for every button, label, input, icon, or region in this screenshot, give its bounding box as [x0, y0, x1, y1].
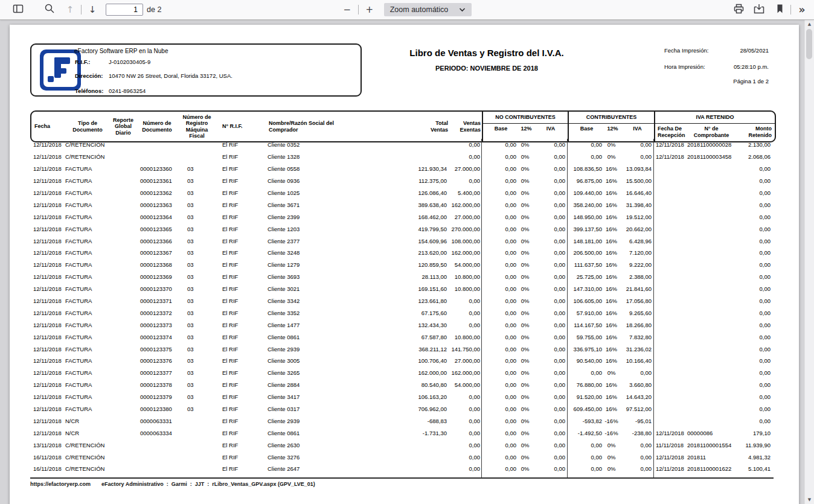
fecha: 12/11/2018: [30, 211, 65, 223]
zoom-out-button[interactable]: −: [339, 2, 356, 18]
total-ventas: 112.375,00: [386, 175, 448, 187]
print-button[interactable]: [730, 2, 747, 18]
table-row: 12/11/2018FACTURA000012337503El RIFClien…: [30, 343, 774, 355]
ventas-exentas: 27.000,00: [448, 355, 481, 367]
nc-pct: 0%: [518, 427, 533, 439]
numero-documento: [136, 139, 175, 151]
numero-documento: 0000123376: [136, 355, 175, 367]
nc-pct: 0%: [518, 247, 533, 259]
c-iva: -95,01: [620, 415, 653, 427]
tipo-documento: FACTURA: [65, 403, 107, 415]
total-ventas: 419.799,50: [386, 223, 448, 235]
total-ventas: 80.540,80: [386, 379, 448, 391]
c-iva: 17.056,80: [620, 295, 653, 307]
c-pct: 16%: [603, 331, 620, 343]
numero-comprobante: [686, 175, 734, 187]
numero-comprobante: [686, 187, 734, 199]
sales-table-header: Fecha Tipo de Documento Reporte Global D…: [30, 110, 776, 142]
numero-registro-maquina-fiscal: 03: [175, 391, 216, 403]
tipo-documento: FACTURA: [65, 283, 107, 295]
total-ventas: [386, 139, 448, 151]
nombre-comprador: Cliente 2939: [264, 415, 386, 427]
page-number-input[interactable]: [106, 4, 143, 16]
reporte-global-diario: [107, 211, 136, 223]
previous-page-button[interactable]: ↑: [62, 2, 79, 18]
fecha-recepcion: [653, 319, 686, 331]
reporte-global-diario: [107, 187, 136, 199]
nombre-comprador: Cliente 1477: [264, 319, 386, 331]
fecha: 12/11/2018: [30, 247, 65, 259]
nc-base: 0,00: [481, 151, 518, 163]
nombre-comprador: Cliente 3248: [264, 247, 386, 259]
fecha-recepcion: 11/11/2018: [653, 439, 686, 451]
next-page-button[interactable]: ↓: [84, 2, 101, 18]
nc-iva: 0,00: [533, 331, 567, 343]
fecha-recepcion: [653, 259, 686, 271]
save-button[interactable]: [751, 2, 768, 18]
fecha-recepcion: 12/11/2018: [653, 463, 686, 475]
nc-iva: 0,00: [533, 307, 567, 319]
scrollbar-thumb[interactable]: [806, 29, 812, 59]
nc-base: 0,00: [481, 391, 518, 403]
fecha-recepcion: [653, 283, 686, 295]
c-iva: 0,00: [620, 439, 653, 451]
c-iva: 19.512,00: [620, 211, 653, 223]
reporte-global-diario: [107, 259, 136, 271]
nombre-comprador: Cliente 2647: [264, 463, 386, 475]
header-nombre-comprador: Nombre/Razón Social del Comprador: [266, 112, 388, 141]
nc-base: 0,00: [481, 343, 518, 355]
c-pct: 16%: [603, 295, 620, 307]
nombre-comprador: Cliente 0936: [264, 175, 386, 187]
numero-documento: 0000123380: [136, 403, 175, 415]
monto-retenido: 0,00: [734, 355, 774, 367]
total-ventas: 123.661,80: [386, 295, 448, 307]
up-arrow-icon: ↑: [66, 5, 74, 14]
reporte-global-diario: [107, 403, 136, 415]
total-ventas: [386, 463, 448, 475]
pdf-page: eFactory Software ERP en la Nube R.I.F.:…: [10, 25, 799, 504]
monto-retenido: 0,00: [734, 379, 774, 391]
search-button[interactable]: [41, 2, 58, 18]
pdf-toolbar: ↑ ↓ de 2 − + Zoom automático: [0, 0, 814, 20]
scroll-up-icon[interactable]: ▲: [805, 22, 814, 27]
ventas-exentas: 5.400,00: [448, 187, 481, 199]
sidebar-toggle-button[interactable]: [10, 2, 27, 18]
table-row: 12/11/2018N/CR0000063331El RIFCliente 29…: [30, 415, 774, 427]
c-iva: 13.093,84: [620, 163, 653, 175]
rif-label: R.I.F.:: [75, 59, 90, 65]
current-view-button[interactable]: [771, 2, 788, 18]
nc-base: 0,00: [481, 367, 518, 379]
zoom-in-button[interactable]: +: [361, 2, 378, 18]
header-rif: N° R.I.F.: [217, 112, 266, 141]
monto-retenido: 2.068,06: [734, 151, 774, 163]
fecha-recepcion: [653, 379, 686, 391]
header-ventas-exentas: Ventas Exentas: [449, 112, 482, 141]
numero-registro-maquina-fiscal: 03: [175, 259, 216, 271]
numero-registro-maquina-fiscal: 03: [175, 211, 216, 223]
nc-pct: 0%: [518, 391, 533, 403]
reporte-global-diario: [107, 319, 136, 331]
numero-documento: 0000123363: [136, 199, 175, 211]
vertical-scrollbar[interactable]: ▲ ▼: [804, 20, 814, 504]
nc-iva: 0,00: [533, 463, 567, 475]
reporte-global-diario: [107, 331, 136, 343]
c-iva: 9.222,00: [620, 259, 653, 271]
total-ventas: 67.175,60: [386, 307, 448, 319]
address-label: Dirección:: [75, 72, 103, 79]
zoom-select[interactable]: Zoom automático: [384, 3, 472, 16]
rif: El RIF: [216, 451, 264, 463]
header-total-ventas: Total Ventas: [388, 112, 449, 141]
scroll-down-icon[interactable]: ▼: [805, 497, 814, 502]
nc-pct: 0%: [518, 139, 533, 151]
nc-pct: 0%: [518, 271, 533, 283]
rif: El RIF: [216, 163, 264, 175]
c-iva: 10.166,40: [620, 355, 653, 367]
nombre-comprador: Cliente 3276: [264, 451, 386, 463]
report-title: Libro de Ventas y Registro del I.V.A.: [324, 48, 650, 58]
tools-menu-button[interactable]: »: [793, 2, 810, 18]
efactory-logo-icon: [40, 49, 81, 91]
fecha-recepcion: [653, 235, 686, 247]
tipo-documento: C/RETENCIÓN: [65, 451, 107, 463]
c-pct: 0%: [603, 367, 620, 379]
c-iva: 15.500,00: [620, 175, 653, 187]
